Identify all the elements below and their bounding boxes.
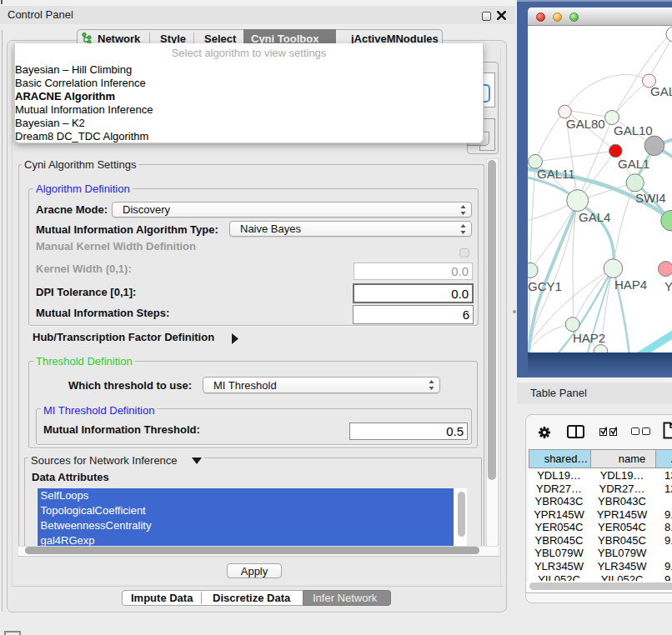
svg-text:GAL1: GAL1 xyxy=(618,157,649,171)
svg-text:GAL7: GAL7 xyxy=(650,84,672,98)
svg-text:GAL80: GAL80 xyxy=(566,117,605,131)
svg-text:GCY1: GCY1 xyxy=(528,279,562,293)
svg-text:HAP2: HAP2 xyxy=(573,331,605,345)
svg-text:GAL4: GAL4 xyxy=(579,210,610,224)
svg-text:GAL10: GAL10 xyxy=(614,123,653,138)
svg-text:GAL11: GAL11 xyxy=(537,167,575,181)
svg-text:HAP4: HAP4 xyxy=(614,278,647,292)
svg-text:SWI4: SWI4 xyxy=(635,191,666,205)
svg-text:Y: Y xyxy=(664,279,672,293)
